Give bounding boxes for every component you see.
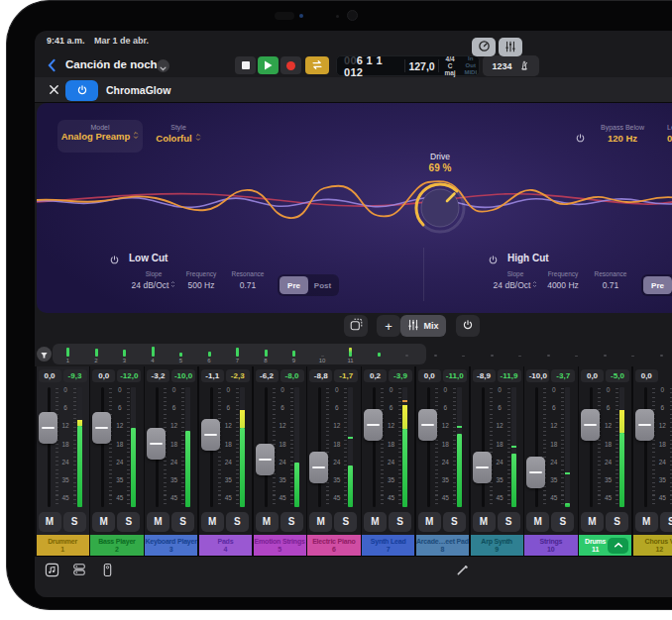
- volume-value[interactable]: -10,0: [526, 369, 549, 382]
- copy-button[interactable]: [344, 315, 368, 337]
- track-tile[interactable]: Bass Player 2: [90, 535, 143, 556]
- peak-value: -10,0: [171, 369, 195, 382]
- track-tile[interactable]: Pads 4: [199, 535, 252, 556]
- mute-button[interactable]: M: [309, 512, 332, 532]
- cycle-button[interactable]: [305, 56, 329, 74]
- volume-value[interactable]: 0,2: [364, 369, 387, 382]
- record-button[interactable]: [280, 56, 301, 74]
- back-button[interactable]: [47, 58, 58, 72]
- pre-button[interactable]: Pre: [643, 276, 672, 294]
- solo-button[interactable]: S: [171, 512, 194, 532]
- pre-button[interactable]: Pre: [280, 276, 308, 294]
- mute-button[interactable]: M: [39, 512, 61, 532]
- plugin-power-button[interactable]: [65, 80, 98, 101]
- volume-value[interactable]: -3,2: [147, 369, 169, 382]
- solo-button[interactable]: S: [551, 512, 574, 532]
- add-plugin-button[interactable]: +: [377, 315, 400, 337]
- level-control[interactable]: Level 0.0: [667, 124, 672, 144]
- drive-knob[interactable]: [408, 176, 472, 240]
- post-button[interactable]: Post: [308, 276, 337, 294]
- faders-view-button[interactable]: [499, 38, 522, 56]
- mute-button[interactable]: M: [147, 512, 169, 532]
- bypass-control[interactable]: Bypass Below 120 Hz: [587, 124, 658, 144]
- fader-handle[interactable]: [92, 412, 111, 444]
- fader-handle[interactable]: [39, 412, 57, 444]
- mute-button[interactable]: M: [473, 512, 496, 532]
- lcd-display[interactable]: 006 1 1 012 127,0 4/4 C maj In Out MIDI: [336, 55, 480, 76]
- filter-button[interactable]: [37, 347, 52, 362]
- play-button[interactable]: [258, 56, 279, 74]
- track-tile[interactable]: Electric Piano 6: [307, 535, 360, 556]
- mix-button[interactable]: Mix: [400, 315, 446, 337]
- mute-button[interactable]: M: [418, 512, 441, 532]
- close-button[interactable]: [47, 82, 60, 96]
- low-cut-resonance[interactable]: Resonance 0.71: [220, 270, 276, 290]
- volume-value[interactable]: 0,0: [581, 369, 604, 382]
- fader-handle[interactable]: [526, 457, 545, 488]
- fader-handle[interactable]: [147, 428, 166, 460]
- mute-button[interactable]: M: [635, 512, 658, 532]
- model-select[interactable]: Model Analog Preamp: [57, 120, 143, 153]
- high-cut-power-icon[interactable]: [488, 252, 499, 269]
- fader-handle[interactable]: [201, 419, 220, 451]
- volume-value[interactable]: -8,8: [309, 369, 332, 382]
- browser-button[interactable]: [70, 563, 88, 580]
- track-tile[interactable]: Strings 10: [524, 535, 577, 556]
- chevron-up-button[interactable]: [608, 538, 628, 554]
- volume-value[interactable]: -1,1: [201, 369, 224, 382]
- solo-button[interactable]: S: [443, 512, 466, 532]
- edit-button[interactable]: [453, 563, 471, 580]
- solo-button[interactable]: S: [389, 512, 411, 532]
- solo-button[interactable]: S: [498, 512, 520, 532]
- song-title[interactable]: Canción de noche: [65, 58, 164, 70]
- high-cut-resonance[interactable]: Resonance 0.71: [583, 270, 638, 290]
- track-tile[interactable]: Drums 11: [579, 535, 631, 556]
- fader-handle[interactable]: [581, 409, 600, 441]
- channel-power-button[interactable]: [456, 315, 480, 337]
- fader-handle[interactable]: [309, 452, 328, 483]
- fader-handle[interactable]: [418, 409, 437, 441]
- plugin-panel-button[interactable]: [98, 563, 116, 580]
- track-tile[interactable]: Arp Synth 9: [471, 535, 523, 556]
- track-tile[interactable]: Synth Lead 7: [362, 535, 414, 556]
- mute-button[interactable]: M: [526, 512, 549, 532]
- fader-handle[interactable]: [364, 409, 383, 441]
- track-tile[interactable]: Emotion Strings 5: [254, 535, 306, 556]
- volume-value[interactable]: 0,0: [39, 369, 61, 382]
- mute-button[interactable]: M: [364, 512, 387, 532]
- volume-value[interactable]: 0,0: [635, 369, 658, 382]
- solo-button[interactable]: S: [334, 512, 357, 532]
- track-tile[interactable]: Chorus V 12: [633, 535, 672, 556]
- fader-handle[interactable]: [473, 452, 492, 483]
- solo-button[interactable]: S: [63, 512, 86, 532]
- track-tile[interactable]: Keyboard Player 3: [145, 535, 197, 556]
- volume-value[interactable]: -8,9: [473, 369, 496, 382]
- volume-value[interactable]: 0,0: [92, 369, 115, 382]
- controls-view-button[interactable]: [472, 38, 496, 56]
- fader-handle[interactable]: [635, 409, 654, 441]
- low-cut-power-icon[interactable]: [109, 252, 120, 269]
- track-tile[interactable]: Arcade…eet Pad 8: [416, 535, 469, 556]
- solo-button[interactable]: S: [226, 512, 249, 532]
- mute-button[interactable]: M: [92, 512, 115, 532]
- bypass-power-icon[interactable]: [575, 130, 586, 148]
- bridge-meter: [434, 346, 438, 364]
- stop-button[interactable]: [235, 56, 256, 74]
- mute-button[interactable]: M: [581, 512, 604, 532]
- fader-handle[interactable]: [256, 444, 275, 475]
- meter-bridge[interactable]: 1234567891011: [35, 344, 672, 365]
- volume-value[interactable]: 0,0: [418, 369, 441, 382]
- count-in-button[interactable]: 1234: [483, 55, 539, 76]
- solo-button[interactable]: S: [117, 512, 140, 532]
- volume-value[interactable]: -6,2: [256, 369, 279, 382]
- solo-button[interactable]: S: [606, 512, 628, 532]
- meter-yellow: [77, 420, 82, 426]
- mute-button[interactable]: M: [201, 512, 224, 532]
- song-menu-button[interactable]: [157, 59, 169, 72]
- mute-button[interactable]: M: [256, 512, 279, 532]
- solo-button[interactable]: S: [660, 512, 672, 532]
- solo-button[interactable]: S: [280, 512, 303, 532]
- library-button[interactable]: [43, 563, 60, 580]
- track-tile[interactable]: Drummer 1: [37, 535, 89, 556]
- style-select[interactable]: Style Colorful: [144, 124, 213, 144]
